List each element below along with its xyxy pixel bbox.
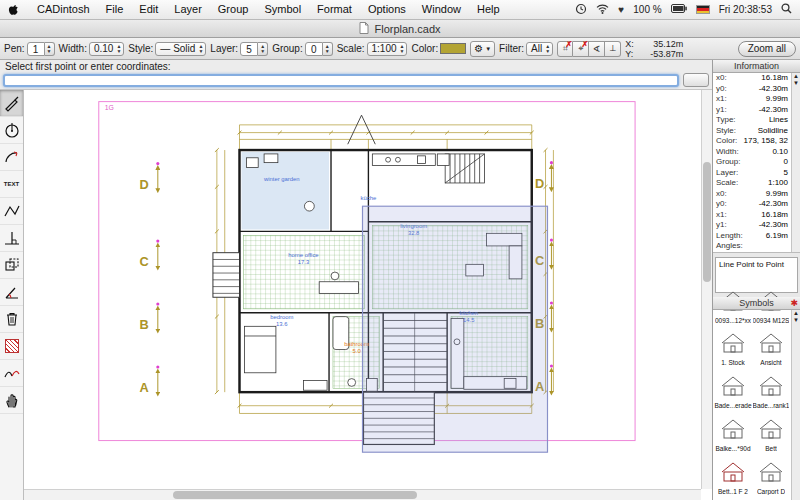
symbols-panel-header[interactable]: Symbols ✱: [713, 297, 800, 310]
line-tool[interactable]: [0, 90, 23, 117]
input-language-flag-icon[interactable]: [696, 5, 710, 14]
menu-item[interactable]: Symbol: [256, 0, 309, 19]
info-row: Angles:: [713, 241, 791, 252]
freehand-tool[interactable]: [0, 360, 23, 387]
snap-grid-toggle[interactable]: ⌗✗: [557, 41, 573, 57]
menu-item[interactable]: CADintosh: [29, 0, 98, 19]
info-scrollbar[interactable]: ▲▼: [791, 73, 800, 252]
info-row-value: 6.19m: [766, 231, 788, 242]
perpendicular-tool[interactable]: [0, 225, 23, 252]
symbol-caption: Bade...erade: [714, 402, 751, 409]
coordinate-input[interactable]: [3, 74, 679, 87]
menu-items: CADintoshFileEditLayerGroupSymbolFormatO…: [29, 0, 508, 19]
scale-combo[interactable]: 1:100▲▼: [367, 42, 408, 56]
drawing-canvas[interactable]: 1G: [24, 90, 712, 500]
symbol-item[interactable]: 1. Stock: [714, 328, 752, 371]
entry-steps: [213, 253, 240, 298]
info-row: Color: 173, 158, 32: [713, 136, 791, 147]
symbol-caption: Balke...*90d: [715, 445, 750, 452]
color-swatch[interactable]: [440, 43, 466, 54]
pan-hand-tool[interactable]: [0, 387, 23, 414]
red-x-icon: ✗: [565, 40, 572, 49]
apple-menu-icon[interactable]: [8, 3, 19, 16]
symbols-scrollbar[interactable]: ▲▼: [791, 310, 800, 500]
svg-text:C: C: [139, 255, 148, 269]
svg-text:D: D: [535, 177, 544, 191]
group-stepper[interactable]: 0▲▼: [305, 42, 333, 56]
symbol-item[interactable]: Ansicht: [752, 328, 790, 371]
menu-status-area: ♥ 100 % Fri 20:38:53: [575, 3, 792, 17]
spotlight-icon[interactable]: [781, 3, 792, 16]
circle-tool[interactable]: [0, 117, 23, 144]
red-x-icon: ✗: [581, 40, 588, 49]
room-area: 13.6: [276, 321, 287, 327]
zoom-all-button[interactable]: Zoom all: [738, 41, 796, 57]
symbol-item[interactable]: Bade...erade: [714, 371, 752, 414]
duplicate-tool[interactable]: [0, 252, 23, 279]
info-row: y1: -42.30m: [713, 220, 791, 231]
info-row-value: -42.30m: [759, 105, 788, 116]
info-row-label: Length:: [716, 231, 743, 242]
layer-stepper[interactable]: 5▲▼: [240, 42, 268, 56]
symbols-menu-icon[interactable]: ✱: [790, 297, 798, 310]
symbol-thumbnail: [756, 374, 786, 402]
window-title-bar[interactable]: Florplan.cadx: [0, 20, 800, 38]
symbol-item[interactable]: Bett: [752, 414, 790, 457]
snap-point-toggle[interactable]: ⌖✗: [573, 41, 589, 57]
cursor-y: -53.87m: [650, 49, 683, 59]
info-row: x0: 16.18m: [713, 73, 791, 84]
filter-label: Filter:: [499, 43, 524, 54]
canvas-vertical-scrollbar[interactable]: [701, 90, 712, 489]
arc-tool[interactable]: [0, 144, 23, 171]
gear-icon: ⚙: [474, 43, 483, 54]
settings-gear-button[interactable]: ⚙▼: [470, 41, 495, 57]
pen-stepper[interactable]: 1▲▼: [27, 42, 55, 56]
canvas-horizontal-scrollbar[interactable]: [24, 489, 701, 500]
width-combo[interactable]: 0.10▲▼: [89, 42, 124, 56]
menu-item[interactable]: Group: [210, 0, 257, 19]
info-row-value: 16.18m: [761, 210, 788, 221]
menu-item[interactable]: Help: [469, 0, 508, 19]
snap-toggle-group: ⌗✗ ⌖✗ ∢ ⟂: [557, 41, 621, 57]
style-combo[interactable]: — Solid▲▼: [155, 42, 206, 56]
prompt-confirm-button[interactable]: [683, 73, 709, 87]
info-row-value: -42.30m: [759, 199, 788, 210]
cursor-x: 35.12m: [653, 39, 683, 49]
polyline-tool[interactable]: [0, 198, 23, 225]
info-row: y1: -42.30m: [713, 105, 791, 116]
notification-icon[interactable]: ♥: [618, 4, 624, 15]
menu-item[interactable]: Edit: [131, 0, 166, 19]
info-row: Length: 6.19m: [713, 231, 791, 242]
menu-item[interactable]: Options: [360, 0, 414, 19]
hatch-tool[interactable]: [0, 333, 23, 360]
floorplan-drawing[interactable]: 1G: [24, 90, 701, 489]
measure-angle-tool[interactable]: [0, 279, 23, 306]
information-panel-header[interactable]: Information: [713, 60, 800, 73]
menu-item[interactable]: Format: [309, 0, 360, 19]
text-tool[interactable]: TEXT: [0, 171, 23, 198]
info-row-label: Scale:: [716, 178, 738, 189]
menu-clock[interactable]: Fri 20:38:53: [719, 4, 772, 15]
symbol-item[interactable]: Balke...*90d: [714, 414, 752, 457]
menu-item[interactable]: File: [98, 0, 132, 19]
symbol-item[interactable]: Bade...rank1: [752, 371, 790, 414]
snap-ortho-toggle[interactable]: ⟂: [605, 41, 621, 57]
wifi-icon[interactable]: [596, 4, 609, 16]
symbol-thumbnail: [718, 374, 748, 402]
info-row: x1: 16.18m: [713, 210, 791, 221]
info-row-value: 5: [784, 168, 788, 179]
symbol-item[interactable]: Bett..1 F 2: [714, 457, 752, 500]
info-row-label: y1:: [716, 105, 727, 116]
menu-item[interactable]: Window: [414, 0, 469, 19]
filter-combo[interactable]: All▲▼: [526, 42, 553, 56]
snap-angle-toggle[interactable]: ∢: [589, 41, 605, 57]
battery-icon[interactable]: [671, 4, 687, 15]
selection-rectangle[interactable]: [363, 206, 548, 452]
info-row-label: Angles:: [716, 241, 743, 252]
info-row: y0: -42.30m: [713, 84, 791, 95]
delete-tool[interactable]: [0, 306, 23, 333]
symbol-item[interactable]: Carport D: [752, 457, 790, 500]
time-machine-icon[interactable]: [575, 3, 587, 17]
menu-item[interactable]: Layer: [166, 0, 210, 19]
symbol-caption: 1. Stock: [721, 359, 744, 366]
